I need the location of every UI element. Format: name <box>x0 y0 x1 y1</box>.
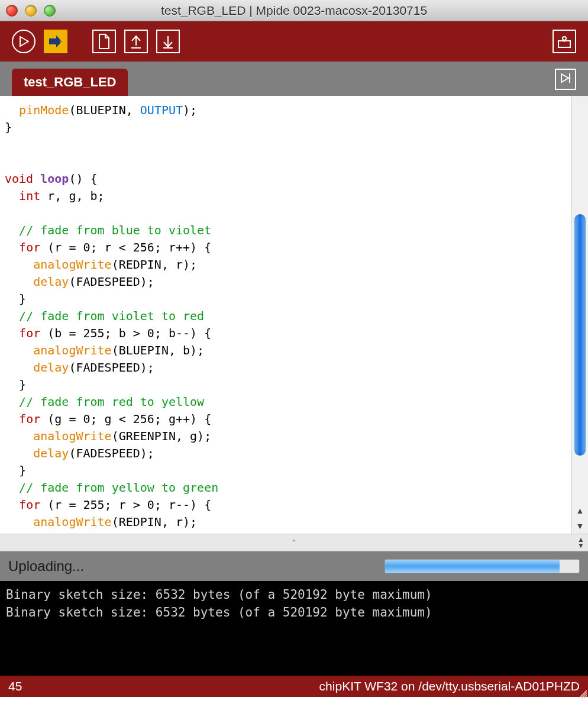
scroll-up-button[interactable]: ▲ <box>572 503 588 518</box>
footer-bar: 45 chipKIT WF32 on /dev/tty.usbserial-AD… <box>0 676 588 697</box>
board-port-label: chipKIT WF32 on /dev/tty.usbserial-AD01P… <box>319 679 580 693</box>
upload-button[interactable] <box>44 30 67 53</box>
tab-bar: test_RGB_LED <box>0 62 588 96</box>
tab-active[interactable]: test_RGB_LED <box>12 69 128 96</box>
splitter-arrows[interactable]: ▲ ▼ <box>577 537 584 548</box>
arrow-right-box-icon <box>560 72 571 86</box>
minimize-window-button[interactable] <box>25 5 37 17</box>
zoom-window-button[interactable] <box>44 5 56 17</box>
play-triangle-icon <box>18 36 29 47</box>
console-output[interactable]: Binary sketch size: 6532 bytes (of a 520… <box>0 581 588 676</box>
toolbar <box>0 21 588 62</box>
resize-grip-icon[interactable] <box>577 686 587 696</box>
scroll-down-button[interactable]: ▼ <box>572 518 588 534</box>
new-sketch-button[interactable] <box>92 30 116 53</box>
progress-fill <box>385 560 560 573</box>
arrow-up-icon <box>130 34 143 49</box>
open-sketch-button[interactable] <box>124 30 148 53</box>
chevron-down-icon: ▼ <box>577 543 584 548</box>
line-number: 45 <box>8 679 22 693</box>
scrollbar-track[interactable] <box>572 96 588 503</box>
save-sketch-button[interactable] <box>156 30 180 53</box>
vertical-scrollbar[interactable]: ▲ ▼ <box>571 96 588 534</box>
console-line: Binary sketch size: 6532 bytes (of a 520… <box>6 588 432 602</box>
status-bar: Uploading... <box>0 551 588 581</box>
arrow-right-icon <box>48 34 63 49</box>
serial-monitor-button[interactable] <box>553 30 576 53</box>
window-controls <box>6 5 56 17</box>
splitter-grip-icon: ⌃ <box>291 538 297 547</box>
window-title: test_RGB_LED | Mpide 0023-macosx-2013071… <box>0 4 588 18</box>
svg-marker-12 <box>561 74 568 82</box>
titlebar: test_RGB_LED | Mpide 0023-macosx-2013071… <box>0 0 588 21</box>
svg-marker-0 <box>20 37 28 46</box>
splitter-bar[interactable]: ⌃ ▲ ▼ <box>0 534 588 551</box>
status-label: Uploading... <box>8 558 84 575</box>
code-editor[interactable]: pinMode(BLUEPIN, OUTPUT); } void loop() … <box>0 96 571 534</box>
verify-button[interactable] <box>12 30 35 53</box>
scrollbar-thumb[interactable] <box>574 214 586 456</box>
tab-menu-button[interactable] <box>555 69 576 90</box>
editor-area: pinMode(BLUEPIN, OUTPUT); } void loop() … <box>0 96 588 534</box>
svg-point-10 <box>563 37 566 40</box>
serial-monitor-icon <box>557 34 572 49</box>
close-window-button[interactable] <box>6 5 18 17</box>
progress-bar <box>385 559 580 573</box>
console-line: Binary sketch size: 6532 bytes (of a 520… <box>6 605 432 619</box>
arrow-down-icon <box>161 34 175 49</box>
file-icon <box>98 34 111 49</box>
